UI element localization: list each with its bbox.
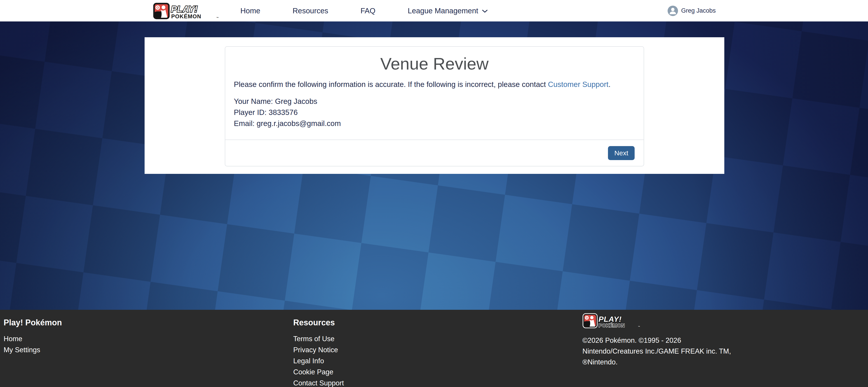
- player-name-line: Your Name: Greg Jacobs: [234, 96, 635, 107]
- nav-resources-label: Resources: [292, 6, 328, 15]
- copyright-text: ©2026 Pokémon. ©1995 - 2026 Nintendo/Cre…: [583, 335, 731, 367]
- intro-suffix: .: [609, 80, 611, 89]
- footer-heading-resources: Resources: [293, 318, 335, 327]
- user-name: Greg Jacobs: [681, 7, 716, 14]
- user-account-menu[interactable]: Greg Jacobs: [668, 6, 716, 16]
- footer-link-my-settings[interactable]: My Settings: [4, 344, 40, 355]
- footer-link-cookie-page[interactable]: Cookie Page: [293, 366, 344, 378]
- player-id-label: Player ID:: [234, 108, 267, 117]
- footer-link-legal-info[interactable]: Legal Info: [293, 355, 344, 366]
- player-id-value: 3833576: [269, 108, 298, 117]
- play-pokemon-footer-logo: PLAY! POKÉMON ™: [583, 313, 642, 328]
- nav-home-label: Home: [240, 6, 260, 15]
- play-pokemon-logo[interactable]: PLAY! POKÉMON ™: [153, 2, 220, 20]
- nav-item-league-management[interactable]: League Management: [408, 6, 488, 15]
- nav-item-resources[interactable]: Resources: [292, 6, 328, 15]
- footer-links-resources: Terms of Use Privacy Notice Legal Info C…: [293, 333, 344, 387]
- copyright-line-2: Nintendo/Creatures Inc./GAME FREAK inc. …: [583, 346, 731, 357]
- logo-pokemon-text: POKÉMON: [599, 323, 625, 328]
- top-navigation-bar: PLAY! POKÉMON ™ Home Resources FAQ Leagu…: [0, 0, 868, 22]
- nav-league-management-label: League Management: [408, 6, 478, 15]
- player-email-line: Email: greg.r.jacobs@gmail.com: [234, 118, 635, 129]
- logo-tm-mark: ™: [216, 17, 219, 19]
- footer-link-terms-of-use[interactable]: Terms of Use: [293, 333, 344, 344]
- logo-pokemon-text: POKÉMON: [171, 13, 201, 19]
- venue-review-card: Venue Review Please confirm the followin…: [225, 46, 644, 166]
- player-name-value: Greg Jacobs: [275, 97, 317, 105]
- user-avatar-icon: [668, 6, 678, 16]
- logo-play-text: PLAY!: [171, 4, 198, 14]
- footer-heading-play-pokemon: Play! Pokémon: [4, 318, 62, 327]
- page-title: Venue Review: [225, 54, 644, 74]
- intro-text: Please confirm the following information…: [234, 80, 635, 89]
- player-email-value: greg.r.jacobs@gmail.com: [257, 119, 341, 128]
- content-sheet: Venue Review Please confirm the followin…: [145, 37, 724, 174]
- footer-link-privacy-notice[interactable]: Privacy Notice: [293, 344, 344, 355]
- player-info-block: Your Name: Greg Jacobs Player ID: 383357…: [234, 96, 635, 129]
- nav-item-home[interactable]: Home: [240, 6, 260, 15]
- nav-faq-label: FAQ: [361, 6, 375, 15]
- copyright-line-3: ®Nintendo.: [583, 357, 731, 367]
- customer-support-link[interactable]: Customer Support: [548, 80, 609, 89]
- logo-tm-mark: ™: [638, 326, 640, 328]
- footer-links-play-pokemon: Home My Settings: [4, 333, 40, 355]
- main-nav: Home Resources FAQ League Management: [240, 6, 488, 15]
- card-footer: Next: [225, 139, 644, 166]
- copyright-line-1: ©2026 Pokémon. ©1995 - 2026: [583, 335, 731, 346]
- nav-item-faq[interactable]: FAQ: [361, 6, 375, 15]
- footer-link-contact-support[interactable]: Contact Support: [293, 378, 344, 387]
- page-footer: Play! Pokémon Home My Settings Resources…: [0, 310, 868, 387]
- play-pokemon-icon: [153, 3, 169, 19]
- player-email-label: Email:: [234, 119, 255, 128]
- chevron-down-icon: [482, 9, 488, 13]
- intro-prefix: Please confirm the following information…: [234, 80, 548, 89]
- player-name-label: Your Name:: [234, 97, 273, 105]
- player-id-line: Player ID: 3833576: [234, 107, 635, 118]
- next-button[interactable]: Next: [608, 146, 634, 160]
- play-pokemon-icon: [583, 314, 597, 328]
- logo-play-text: PLAY!: [598, 315, 622, 323]
- footer-link-home[interactable]: Home: [4, 333, 40, 344]
